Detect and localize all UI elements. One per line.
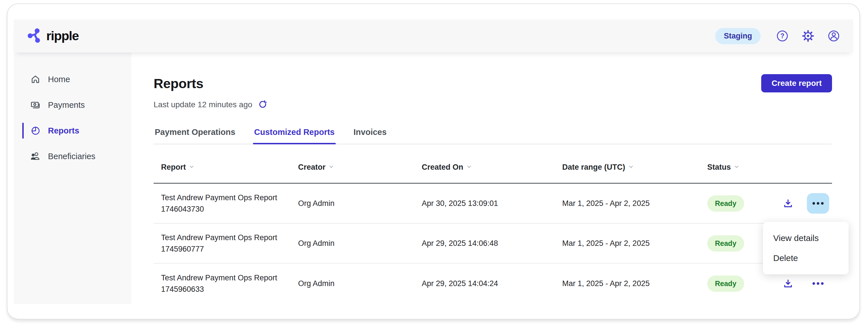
tab-payment-operations[interactable]: Payment Operations [154, 127, 237, 144]
payments-icon [30, 100, 40, 110]
tabs: Payment Operations Customized Reports In… [154, 127, 832, 144]
created-on-cell: Apr 29, 2025 14:04:24 [422, 279, 562, 288]
sidebar-item-label: Beneficiaries [48, 152, 95, 161]
creator-cell: Org Admin [298, 199, 422, 208]
sidebar-item-payments[interactable]: Payments [14, 96, 131, 114]
chevron-down-icon [466, 163, 472, 172]
column-header-status[interactable]: Status [707, 163, 772, 172]
help-icon[interactable]: ? [776, 30, 788, 42]
status-cell: Ready [707, 235, 772, 252]
row-actions-button[interactable] [807, 273, 829, 294]
creator-cell: Org Admin [298, 279, 422, 288]
row-actions-menu: View details Delete [763, 222, 848, 274]
sidebar: Home Payments Reports [14, 52, 131, 304]
table-row: Test Andrew Payment Ops Report 174596077… [154, 224, 832, 263]
status-badge: Ready [707, 276, 744, 292]
tab-customized-reports[interactable]: Customized Reports [253, 127, 336, 144]
refresh-button[interactable] [258, 100, 267, 109]
download-button[interactable] [782, 278, 794, 289]
date-range-cell: Mar 1, 2025 - Apr 2, 2025 [562, 279, 707, 288]
status-badge: Ready [707, 195, 744, 212]
page-title: Reports [154, 76, 832, 91]
creator-cell: Org Admin [298, 239, 422, 248]
ripple-logo-icon [27, 28, 42, 44]
last-update-text: Last update 12 minutes ago [154, 100, 252, 110]
row-actions-button[interactable] [807, 193, 829, 214]
chevron-down-icon [628, 163, 634, 172]
settings-gear-icon[interactable] [802, 30, 814, 42]
create-report-button[interactable]: Create report [761, 74, 832, 93]
status-badge: Ready [707, 235, 744, 252]
column-header-creator[interactable]: Creator [298, 163, 422, 172]
sidebar-item-label: Reports [48, 126, 80, 136]
sidebar-item-label: Home [48, 75, 70, 84]
report-name-cell: Test Andrew Payment Ops Report 174596063… [154, 272, 298, 295]
svg-text:?: ? [780, 32, 784, 40]
ripple-logo[interactable]: ripple [27, 28, 79, 44]
environment-badge: Staging [715, 28, 761, 44]
created-on-cell: Apr 29, 2025 14:06:48 [422, 239, 562, 248]
user-avatar-icon[interactable] [828, 30, 840, 42]
status-cell: Ready [707, 195, 772, 212]
report-name-cell: Test Andrew Payment Ops Report 174604373… [154, 192, 298, 215]
report-name-cell: Test Andrew Payment Ops Report 174596077… [154, 232, 298, 255]
column-header-date-range[interactable]: Date range (UTC) [562, 163, 707, 172]
chevron-down-icon [734, 163, 740, 172]
created-on-cell: Apr 30, 2025 13:09:01 [422, 199, 562, 208]
table-row: Test Andrew Payment Ops Report 174604373… [154, 184, 832, 224]
reports-pie-icon [30, 125, 40, 136]
column-header-created-on[interactable]: Created On [422, 163, 562, 172]
status-cell: Ready [707, 276, 772, 292]
tab-invoices[interactable]: Invoices [352, 127, 388, 144]
date-range-cell: Mar 1, 2025 - Apr 2, 2025 [562, 199, 707, 208]
chevron-down-icon [189, 163, 194, 172]
table-header: Report Creator Created On Date range (UT… [154, 144, 832, 184]
sidebar-item-reports[interactable]: Reports [14, 121, 131, 140]
brand-name: ripple [46, 29, 79, 43]
column-header-report[interactable]: Report [154, 163, 298, 172]
beneficiaries-icon [30, 151, 40, 161]
sidebar-item-home[interactable]: Home [14, 70, 131, 88]
main-content: Reports Last update 12 minutes ago Creat… [131, 56, 853, 319]
table-row: Test Andrew Payment Ops Report 174596063… [154, 263, 832, 303]
topbar: ripple Staging ? [14, 20, 853, 52]
download-button[interactable] [782, 197, 794, 209]
chevron-down-icon [328, 163, 334, 172]
date-range-cell: Mar 1, 2025 - Apr 2, 2025 [562, 239, 707, 248]
sidebar-item-label: Payments [48, 100, 85, 110]
sidebar-item-beneficiaries[interactable]: Beneficiaries [14, 147, 131, 166]
app-window: ripple Staging ? [7, 3, 860, 319]
menu-item-view-details[interactable]: View details [763, 228, 848, 248]
home-icon [30, 74, 40, 84]
menu-item-delete[interactable]: Delete [763, 248, 848, 268]
